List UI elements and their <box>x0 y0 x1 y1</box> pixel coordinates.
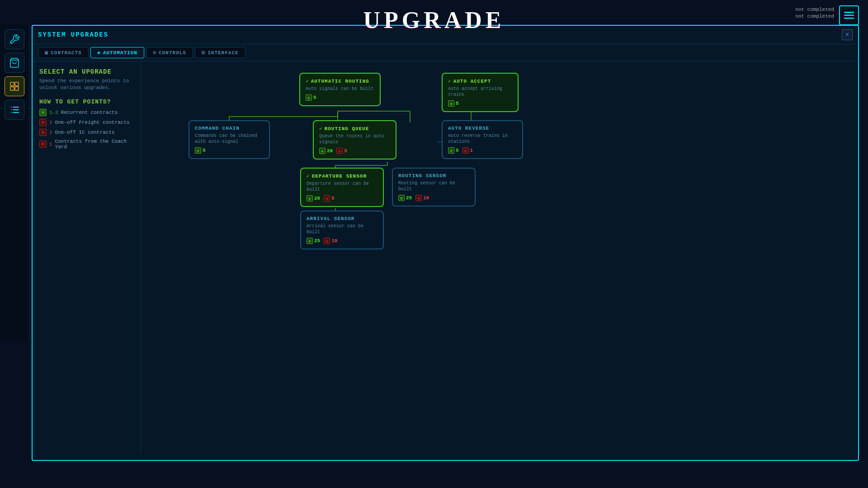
command-chain-desc: Commands can be chained with auto-signal <box>195 133 264 145</box>
rs-cost-green: ▣ 25 <box>398 195 412 201</box>
status-1: not completed <box>795 7 834 12</box>
interface-tab-label: INTERFACE <box>208 50 238 56</box>
select-upgrade-desc: Spend the experience points to unlock va… <box>39 78 134 92</box>
ds-cost-red: ▣ 5 <box>324 195 335 202</box>
automatic-routing-title: ✓ Automatic Routing <box>306 78 374 84</box>
rq-cost-red-icon: ▣ <box>336 148 343 154</box>
upgrade-area: ✓ Automatic Routing Auto signals can be … <box>141 61 858 455</box>
as-cost-green-icon: ▣ <box>307 238 313 244</box>
cc-cost-green: ▣ 5 <box>195 147 206 154</box>
top-right-status: not completed not completed <box>795 7 834 20</box>
points-list: ▣ 1-2 Recurrent contracts ▣ 1 One-off Fr… <box>39 109 134 150</box>
sidebar-btn-upgrade[interactable] <box>5 76 24 96</box>
close-button[interactable]: × <box>842 29 853 40</box>
contracts-tab-icon: ▣ <box>45 49 48 56</box>
check-icon-3: ✓ <box>319 126 323 131</box>
arrival-sensor-costs: ▣ 25 ▣ 10 <box>307 238 377 244</box>
page-title: Upgrade <box>363 7 505 33</box>
auto-accept-costs: ▣ 5 <box>448 100 512 107</box>
cc-cost-green-icon: ▣ <box>195 147 201 154</box>
controls-tab-label: CONTROLS <box>159 50 186 56</box>
points-text-2: One-off Freight contracts <box>55 120 130 125</box>
tab-controls[interactable]: ⚙ CONTROLS <box>146 47 193 58</box>
tab-automation[interactable]: ◈ AUTOMATION <box>90 47 144 58</box>
interface-tab-icon: ⊞ <box>202 49 205 56</box>
command-chain-costs: ▣ 5 <box>195 147 264 154</box>
points-icon-green-1: ▣ <box>39 109 47 116</box>
upgrade-node-auto-reverse[interactable]: Auto Reverse Auto reverse trains in stat… <box>442 120 523 159</box>
auto-accept-title: ✓ Auto Accept <box>448 78 512 84</box>
ar2-cost-red: ▣ 1 <box>462 147 473 154</box>
sidebar-btn-cart[interactable] <box>5 53 24 73</box>
command-chain-title: Command Chain <box>195 126 264 131</box>
select-upgrade-title: Select an upgrade <box>39 68 134 75</box>
rq-cost-green-icon: ▣ <box>319 148 326 154</box>
points-prefix-3: 1 <box>49 130 52 135</box>
automation-tab-label: AUTOMATION <box>103 50 137 56</box>
ar2-cost-green-icon: ▣ <box>448 147 454 154</box>
modal-title: System Upgrades <box>38 31 108 38</box>
upgrade-node-automatic-routing[interactable]: ✓ Automatic Routing Auto signals can be … <box>299 73 381 106</box>
sidebar-btn-wrench[interactable] <box>5 29 24 49</box>
routing-queue-desc: Queue the routes in auto signals <box>319 133 390 145</box>
svg-rect-7 <box>844 15 854 16</box>
as-cost-red: ▣ 10 <box>324 238 337 244</box>
left-panel: Select an upgrade Spend the experience p… <box>33 61 141 455</box>
as-cost-green: ▣ 25 <box>307 238 320 244</box>
points-item-4: ▣ 1 Contracts from the Coach Yard <box>39 139 134 150</box>
points-text-1: Recurrent contracts <box>61 110 118 115</box>
tabs-bar: ▣ CONTRACTS ◈ AUTOMATION ⚙ CONTROLS ⊞ IN… <box>33 44 858 61</box>
points-icon-red-4: ▣ <box>39 141 47 148</box>
auto-accept-desc: Auto accept arriving trains <box>448 86 512 98</box>
ar-cost-green-icon: ▣ <box>306 94 312 101</box>
check-icon-4: ✓ <box>307 173 310 179</box>
points-icon-red-3: ▣ <box>39 129 47 136</box>
check-icon-2: ✓ <box>448 78 452 84</box>
upgrade-modal: System Upgrades × ▣ CONTRACTS ◈ AUTOMATI… <box>32 25 859 461</box>
aa-cost-green-icon: ▣ <box>448 100 454 107</box>
sidebar <box>0 25 29 341</box>
sidebar-btn-list[interactable] <box>5 100 24 120</box>
upgrade-node-departure-sensor[interactable]: ✓ Departure Sensor Departure sensor can … <box>300 168 384 207</box>
auto-reverse-desc: Auto reverse trains in stations <box>448 133 517 145</box>
tab-interface[interactable]: ⊞ INTERFACE <box>195 47 245 58</box>
aa-cost-green: ▣ 5 <box>448 100 459 107</box>
points-icon-red-2: ▣ <box>39 119 47 126</box>
tab-contracts[interactable]: ▣ CONTRACTS <box>38 47 89 58</box>
auto-reverse-costs: ▣ 5 ▣ 1 <box>448 147 517 154</box>
arrival-sensor-desc: Arrival sensor can be built <box>307 223 377 235</box>
svg-rect-6 <box>844 12 854 13</box>
svg-rect-8 <box>844 18 854 19</box>
check-icon-1: ✓ <box>306 78 309 84</box>
arrival-sensor-title: Arrival Sensor <box>307 216 377 221</box>
rq-cost-green: ▣ 20 <box>319 148 333 154</box>
list-icon <box>844 11 854 19</box>
routing-sensor-title: Routing Sensor <box>398 173 469 178</box>
upgrade-node-auto-accept[interactable]: ✓ Auto Accept Auto accept arriving train… <box>442 73 519 112</box>
automatic-routing-desc: Auto signals can be built <box>306 86 374 92</box>
ds-cost-red-icon: ▣ <box>324 195 330 202</box>
upgrade-icon <box>9 81 20 92</box>
how-title: How to get points? <box>39 99 134 105</box>
rs-cost-green-icon: ▣ <box>398 195 405 201</box>
points-text-3: One-off IC contracts <box>55 130 115 135</box>
svg-rect-11 <box>10 87 14 90</box>
points-item-1: ▣ 1-2 Recurrent contracts <box>39 109 134 116</box>
wrench-icon <box>9 34 20 45</box>
upgrade-node-routing-sensor[interactable]: Routing Sensor Routing sensor can be bui… <box>392 168 476 206</box>
upgrade-node-routing-queue[interactable]: ✓ Routing Queue Queue the routes in auto… <box>313 120 396 160</box>
upgrade-node-command-chain[interactable]: Command Chain Commands can be chained wi… <box>189 120 270 159</box>
points-prefix-4: 1 <box>49 141 52 147</box>
routing-queue-title: ✓ Routing Queue <box>319 126 390 131</box>
svg-rect-9 <box>10 82 14 86</box>
departure-sensor-title: ✓ Departure Sensor <box>307 173 377 179</box>
controls-tab-icon: ⚙ <box>153 49 156 56</box>
upgrade-node-arrival-sensor[interactable]: Arrival Sensor Arrival sensor can be bui… <box>300 211 384 249</box>
ds-cost-green-icon: ▣ <box>307 195 313 202</box>
top-right-list-icon[interactable] <box>839 5 859 25</box>
modal-body: Select an upgrade Spend the experience p… <box>33 61 858 455</box>
rs-cost-red: ▣ 10 <box>415 195 429 201</box>
routing-sensor-desc: Routing sensor can be built <box>398 180 469 192</box>
contracts-tab-label: CONTRACTS <box>51 50 81 56</box>
rq-cost-red: ▣ 5 <box>336 148 347 154</box>
